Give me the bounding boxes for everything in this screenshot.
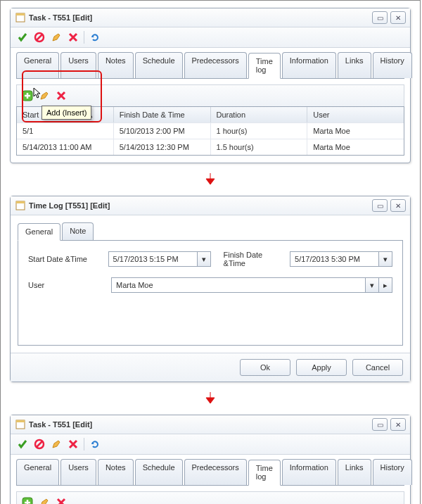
tab-links[interactable]: Links <box>338 52 371 78</box>
tab-bar: General Users Notes Schedule Predecessor… <box>16 459 404 486</box>
timelog-toolbar <box>16 84 404 106</box>
dialog-tab-bar: General Note <box>18 222 403 241</box>
save-icon[interactable] <box>16 438 29 451</box>
save-icon[interactable] <box>16 31 29 44</box>
svg-rect-6 <box>16 201 25 203</box>
close-button[interactable]: ✕ <box>390 418 406 431</box>
title-bar: Task - T551 [Edit] ▭ ✕ <box>11 8 410 27</box>
svg-line-10 <box>37 441 42 447</box>
delete-entry-icon[interactable] <box>55 89 68 102</box>
task-icon <box>15 419 26 430</box>
dialog-title: Time Log [T551] [Edit] <box>29 201 369 210</box>
tab-history[interactable]: History <box>373 52 412 78</box>
svg-rect-8 <box>16 420 25 422</box>
tab-information[interactable]: Information <box>282 52 336 78</box>
apply-button[interactable]: Apply <box>296 359 347 376</box>
minimize-button[interactable]: ▭ <box>372 11 388 24</box>
flow-arrow-icon <box>1 389 420 408</box>
col-finish[interactable]: Finish Date & Time <box>114 107 211 122</box>
delete-icon[interactable] <box>67 31 79 44</box>
tab-schedule[interactable]: Schedule <box>135 52 183 78</box>
cancel-button[interactable]: Cancel <box>352 359 403 376</box>
separator <box>84 438 84 451</box>
flow-arrow-icon <box>1 170 420 189</box>
finish-label: Finish Date &Time <box>224 251 284 267</box>
tab-general[interactable]: General <box>16 459 59 485</box>
edit-entry-icon[interactable] <box>38 496 51 504</box>
tab-predecessors[interactable]: Predecessors <box>184 459 247 485</box>
dialog-title-bar: Time Log [T551] [Edit] ▭ ✕ <box>11 196 410 215</box>
task-window-after: Task - T551 [Edit] ▭ ✕ General Users Not… <box>10 415 411 504</box>
close-button[interactable]: ✕ <box>390 199 406 212</box>
tab-schedule[interactable]: Schedule <box>135 459 183 485</box>
col-user[interactable]: User <box>307 107 404 122</box>
dropdown-icon[interactable]: ▾ <box>365 278 378 292</box>
start-label: Start Date &Time <box>28 255 103 263</box>
cancel-icon[interactable] <box>33 438 46 451</box>
edit-entry-icon[interactable] <box>38 89 51 102</box>
tab-history[interactable]: History <box>373 459 412 485</box>
task-icon <box>15 12 26 23</box>
delete-entry-icon[interactable] <box>55 496 68 504</box>
col-duration[interactable]: Duration <box>211 107 308 122</box>
tab-general[interactable]: General <box>18 223 60 241</box>
table-row[interactable]: 5/1 5/10/2013 2:00 PM 1 hour(s) Marta Mo… <box>17 122 404 139</box>
timelog-toolbar <box>16 491 404 504</box>
cancel-icon[interactable] <box>33 31 46 44</box>
lookup-icon[interactable]: ▸ <box>378 278 392 292</box>
add-icon[interactable] <box>21 89 34 102</box>
table-row[interactable]: 5/14/2013 11:00 AM 5/14/2013 12:30 PM 1.… <box>17 139 404 155</box>
window-title: Task - T551 [Edit] <box>29 13 369 22</box>
title-bar: Task - T551 [Edit] ▭ ✕ <box>11 415 410 434</box>
tab-time-log[interactable]: Time log <box>248 53 281 79</box>
add-icon[interactable] <box>21 496 34 504</box>
refresh-icon[interactable] <box>89 31 101 44</box>
delete-icon[interactable] <box>67 438 79 451</box>
edit-icon[interactable] <box>50 438 63 451</box>
finish-datetime-input[interactable]: 5/17/2013 5:30 PM ▾ <box>290 251 392 267</box>
tab-general[interactable]: General <box>16 52 59 78</box>
ok-button[interactable]: Ok <box>240 359 290 376</box>
dropdown-icon[interactable]: ▾ <box>378 252 392 266</box>
time-log-dialog: Time Log [T551] [Edit] ▭ ✕ General Note … <box>10 196 411 382</box>
main-toolbar <box>11 434 410 455</box>
tab-bar: General Users Notes Schedule Predecessor… <box>16 52 404 79</box>
tab-information[interactable]: Information <box>282 459 336 485</box>
main-toolbar <box>11 27 410 48</box>
tab-predecessors[interactable]: Predecessors <box>184 52 247 78</box>
tab-time-log[interactable]: Time log <box>248 460 281 486</box>
tab-links[interactable]: Links <box>338 459 371 485</box>
window-title: Task - T551 [Edit] <box>29 420 369 429</box>
dropdown-icon[interactable]: ▾ <box>197 252 210 266</box>
task-window-before: Task - T551 [Edit] ▭ ✕ General Users Not… <box>10 8 411 163</box>
tab-users[interactable]: Users <box>60 52 96 78</box>
edit-icon[interactable] <box>50 31 63 44</box>
tab-notes[interactable]: Notes <box>98 459 134 485</box>
tab-note[interactable]: Note <box>62 222 94 240</box>
close-button[interactable]: ✕ <box>390 11 406 24</box>
tab-notes[interactable]: Notes <box>98 52 134 78</box>
refresh-icon[interactable] <box>89 438 101 451</box>
minimize-button[interactable]: ▭ <box>372 418 388 431</box>
svg-line-3 <box>37 34 42 40</box>
task-icon <box>15 200 26 211</box>
user-select[interactable]: Marta Moe ▾ ▸ <box>111 277 392 293</box>
add-tooltip: Add (Insert) <box>41 106 91 120</box>
dialog-form: Start Date &Time 5/17/2013 5:15 PM ▾ Fin… <box>18 241 403 346</box>
svg-rect-1 <box>16 13 25 15</box>
tab-users[interactable]: Users <box>60 459 96 485</box>
dialog-button-bar: Ok Apply Cancel <box>11 353 410 382</box>
minimize-button[interactable]: ▭ <box>372 199 388 212</box>
start-datetime-input[interactable]: 5/17/2013 5:15 PM ▾ <box>108 251 211 267</box>
separator <box>84 31 84 44</box>
user-label: User <box>28 281 106 289</box>
